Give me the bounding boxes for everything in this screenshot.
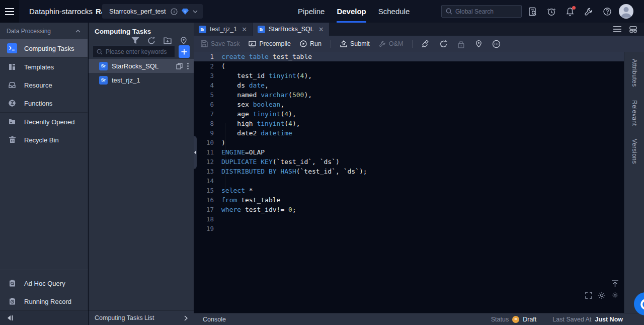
- locate-pin-icon[interactable]: [474, 40, 483, 48]
- code-line[interactable]: 14: [194, 176, 624, 186]
- code-line[interactable]: 1create table test_table: [194, 52, 624, 61]
- computing-tasks-list-bar[interactable]: Computing Tasks List: [89, 310, 194, 325]
- tree-item-starrocks-sql[interactable]: Sr StarRocks_SQL: [89, 59, 194, 73]
- code-token: ,: [280, 101, 284, 108]
- avatar[interactable]: [619, 4, 633, 19]
- more-kebab-icon[interactable]: [187, 63, 189, 69]
- run-button[interactable]: Run: [300, 40, 321, 47]
- code-line[interactable]: 9 date2 datetime: [194, 128, 624, 138]
- tab-attributes[interactable]: Attributes: [631, 59, 638, 87]
- save-task-button[interactable]: Save Task: [201, 40, 239, 47]
- task-tree: Sr StarRocks_SQL Sr test_rjz_1: [89, 59, 194, 87]
- code-line[interactable]: 13DISTRIBUTED BY HASH(`test_id`, `ds`);: [194, 167, 624, 176]
- code-line[interactable]: 5 named varchar(500),: [194, 90, 624, 100]
- gem-icon: [182, 9, 189, 15]
- starrocks-badge: Sr: [199, 26, 206, 33]
- fullscreen-icon[interactable]: [585, 292, 592, 299]
- code-line[interactable]: 7 age tinyint(4),: [194, 109, 624, 119]
- sidebar-item-computing-tasks[interactable]: Computing Tasks: [0, 39, 88, 57]
- om-label: O&M: [389, 40, 403, 47]
- left-sidebar: Data Processing Computing Tasks Template…: [0, 23, 88, 325]
- code-line[interactable]: 10): [194, 138, 624, 147]
- sidebar-collapse-bar[interactable]: [0, 310, 88, 325]
- locate-icon[interactable]: [180, 37, 188, 45]
- code-line[interactable]: 8 high tinyint(4),: [194, 119, 624, 128]
- sidebar-item-templates[interactable]: Templates: [0, 58, 88, 76]
- code-line[interactable]: 3 test_id tinyint(4),: [194, 71, 624, 80]
- sidebar-item-ad-hoc-query[interactable]: Ad Hoc Query: [0, 274, 88, 292]
- sidebar-item-recycle-bin[interactable]: Recycle Bin: [0, 131, 88, 149]
- sidebar-section-header[interactable]: Data Processing: [0, 23, 88, 39]
- tab-list-icon[interactable]: [613, 26, 621, 32]
- global-search[interactable]: [441, 5, 522, 18]
- layout-panels-icon[interactable]: [629, 26, 637, 33]
- theme-sun-icon[interactable]: [598, 292, 605, 299]
- alarm-icon[interactable]: [547, 7, 556, 16]
- sidebar-item-functions[interactable]: Functions: [0, 94, 88, 112]
- precompile-icon: [249, 41, 256, 47]
- console-toggle[interactable]: Console: [203, 316, 226, 323]
- tab-close-icon[interactable]: ✕: [318, 26, 324, 33]
- code-line[interactable]: 17where test_idv!= 0;: [194, 205, 624, 214]
- tree-item-test-rjz-1[interactable]: Sr test_rjz_1: [89, 73, 194, 87]
- code-line[interactable]: 19: [194, 224, 624, 233]
- scroll-to-top-icon[interactable]: [611, 280, 619, 287]
- code-token: BY: [269, 168, 277, 175]
- om-button[interactable]: O&M: [379, 40, 403, 47]
- line-number: 13: [194, 168, 221, 175]
- line-number: 8: [194, 120, 221, 127]
- add-task-button[interactable]: [179, 45, 190, 58]
- plus-icon: [181, 49, 187, 55]
- project-selector[interactable]: Starrcoks_perf_test: [102, 4, 203, 19]
- nav-pipeline[interactable]: Pipeline: [298, 0, 325, 23]
- code-line[interactable]: 18: [194, 214, 624, 224]
- global-search-input[interactable]: [455, 8, 516, 15]
- code-line[interactable]: 2(: [194, 61, 624, 71]
- format-broom-icon[interactable]: [422, 40, 430, 48]
- notification-bell[interactable]: [566, 7, 575, 16]
- tab-bar-actions: [613, 23, 637, 36]
- tab-starrocks-sql[interactable]: Sr StarRocks_SQL ✕: [253, 23, 330, 36]
- code-line[interactable]: 15select *: [194, 186, 624, 195]
- keyword-search[interactable]: [93, 45, 175, 58]
- tab-test-rjz-1[interactable]: Sr test_rjz_1 ✕: [194, 23, 253, 36]
- tab-versions[interactable]: Versions: [631, 139, 638, 164]
- info-icon[interactable]: [171, 8, 178, 15]
- panel-collapse-handle[interactable]: [194, 136, 197, 169]
- code-token: (`test_id`, `ds`): [273, 158, 340, 166]
- console-bar: Console Status = Draft Last Saved At Jus…: [194, 313, 644, 325]
- code-line[interactable]: 12DUPLICATE KEY(`test_id`, `ds`): [194, 157, 624, 167]
- filter-icon[interactable]: [131, 37, 139, 45]
- sidebar-item-running-record[interactable]: Running Record: [0, 292, 88, 310]
- code-line[interactable]: 6 sex boolean,: [194, 100, 624, 109]
- new-folder-icon[interactable]: [164, 37, 172, 45]
- keyword-search-input[interactable]: [106, 48, 171, 55]
- refresh-icon[interactable]: [439, 40, 448, 48]
- code-token: (: [221, 62, 225, 70]
- sidebar-item-recently-opened[interactable]: Recently Opened: [0, 113, 88, 131]
- code-line[interactable]: 16from test_table: [194, 195, 624, 205]
- tab-close-icon[interactable]: ✕: [242, 26, 247, 33]
- settings-gear-icon[interactable]: [611, 291, 619, 299]
- copy-icon[interactable]: [176, 63, 183, 69]
- sidebar-item-resource[interactable]: Resource: [0, 76, 88, 94]
- doc-search-icon[interactable]: [528, 7, 537, 16]
- lock-icon[interactable]: [457, 40, 465, 48]
- code-line[interactable]: 11ENGINE=OLAP: [194, 147, 624, 157]
- sidebar-item-label: Running Record: [24, 298, 71, 305]
- code-token: sex: [221, 101, 253, 108]
- precompile-button[interactable]: Precompile: [249, 40, 291, 47]
- code-line[interactable]: 4 ds date,: [194, 80, 624, 90]
- help-icon[interactable]: [603, 7, 612, 16]
- run-label: Run: [310, 40, 321, 47]
- more-ellipsis-icon[interactable]: [492, 40, 501, 48]
- nav-schedule[interactable]: Schedule: [378, 0, 410, 23]
- code-editor[interactable]: 1create table test_table2(3 test_id tiny…: [194, 52, 624, 313]
- tab-relevant[interactable]: Relevant: [631, 100, 638, 126]
- line-number: 19: [194, 225, 221, 232]
- hamburger-menu-button[interactable]: [0, 0, 19, 23]
- submit-button[interactable]: Submit: [340, 40, 370, 47]
- refresh-icon[interactable]: [147, 37, 155, 45]
- wrench-icon[interactable]: [584, 7, 593, 16]
- nav-develop[interactable]: Develop: [337, 0, 366, 23]
